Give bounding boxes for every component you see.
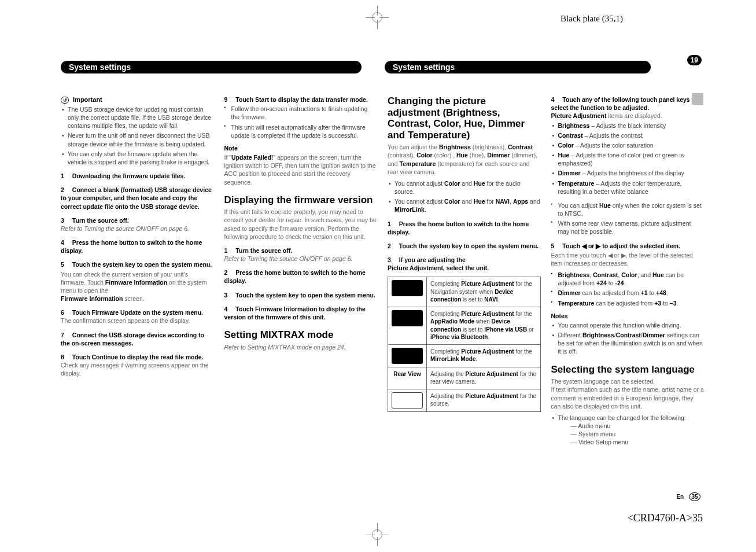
step-heading: 5 Touch ◀ or ▶ to adjust the selected it… [551, 242, 705, 250]
list-item: You cannot adjust Color and Hue for NAVI… [388, 197, 541, 214]
sub-item: — System menu [558, 430, 705, 438]
adjustment-table: Completing Picture Adjustment for the Na… [388, 277, 541, 412]
step-heading: 1 Press the home button to switch to the… [388, 220, 541, 236]
column-2: 9 Touch Start to display the data transf… [224, 95, 378, 452]
notes-list: You cannot operate this function while d… [551, 321, 705, 356]
step-heading: 2 Press the home button to switch to the… [224, 268, 378, 285]
table-row: Completing Picture Adjustment for the Mi… [388, 344, 541, 367]
list-item: This unit will reset automatically after… [224, 123, 378, 139]
crop-mark-icon [366, 523, 389, 546]
list-item: Follow the on-screen instructions to fin… [224, 105, 378, 121]
step-heading: 1 Turn the source off. [224, 246, 378, 255]
mirrorlink-icon [392, 348, 423, 364]
step-heading: 3 Turn the source off. [61, 216, 214, 225]
sub-item: — Video Setup menu [558, 438, 705, 446]
step-heading: 9 Touch Start to display the data transf… [224, 95, 378, 104]
section-header-row: System settings System settings Section … [61, 61, 704, 73]
column-3: Changing the picture adjustment (Brightn… [388, 95, 541, 452]
step-body: The confirmation screen appears on the d… [61, 317, 214, 325]
list-item: The USB storage device for updating must… [61, 105, 214, 130]
table-row: Completing Picture Adjustment for the Ap… [388, 307, 541, 344]
important-icon: ↺ [61, 97, 69, 104]
table-desc-cell: Adjusting the Picture Adjustment for the… [427, 389, 541, 411]
step-body: Each time you touch ◀ or ▶, the level of… [551, 251, 705, 267]
step-body: You can check the current version of you… [61, 270, 214, 303]
note-body: If "Update Failed!" appears on the scree… [224, 153, 378, 186]
step-reference: Refer to Turning the source ON/OFF on pa… [224, 255, 378, 263]
table-icon-cell [388, 277, 427, 307]
step-body: Check any messages if warning screens ap… [61, 361, 214, 377]
step-heading: 3 Touch the system key to open the syste… [224, 291, 378, 299]
square-bullet-list: Brightness, Contrast, Color, and Hue can… [551, 271, 705, 307]
table-icon-cell [388, 344, 427, 367]
notes-heading: Notes [551, 312, 705, 320]
square-bullet-list: Follow the on-screen instructions to fin… [224, 105, 378, 139]
list-item: Temperature – Adjusts the color temperat… [551, 179, 705, 196]
list-item: Contrast – Adjusts the contrast [551, 131, 705, 139]
body-text: You can adjust the Brightness (brightnes… [388, 143, 541, 176]
section-title-left: System settings [61, 61, 362, 73]
bullet-list: You cannot adjust Color and Hue for the … [388, 179, 541, 214]
list-item: You can only start the firmware update w… [61, 150, 214, 166]
heading-system-language: Selecting the system language [551, 364, 705, 376]
step-heading: 4 Press the home button to switch to the… [61, 238, 214, 255]
heading-changing-picture: Changing the picture adjustment (Brightn… [388, 95, 541, 141]
page-number-footer: En 35 [676, 492, 700, 501]
step-heading: 4 Touch Firmware Information to display … [224, 305, 378, 321]
crop-mark-icon [366, 6, 389, 29]
column-4: 4 Touch any of the following touch panel… [551, 95, 705, 452]
table-row: Adjusting the Picture Adjustment for the… [388, 389, 541, 411]
important-bullet-list: The USB storage device for updating must… [61, 105, 214, 166]
section-title-right-label: System settings [393, 62, 455, 72]
table-row: Completing Picture Adjustment for the Na… [388, 277, 541, 307]
table-icon-cell [388, 389, 427, 411]
step-heading: 2 Connect a blank (formatted) USB storag… [61, 186, 214, 211]
list-item: Brightness, Contrast, Color, and Hue can… [551, 271, 705, 287]
list-item: You cannot adjust Color and Hue for the … [388, 179, 541, 196]
heading-mixtrax: Setting MIXTRAX mode [224, 329, 378, 341]
step-heading: 7 Connect the USB storage device accordi… [61, 331, 214, 347]
step-heading: 2 Touch the system key to open the syste… [388, 242, 541, 250]
list-item: You can adjust Hue only when the color s… [551, 201, 705, 218]
step-heading: 8 Touch Continue to display the read fil… [61, 353, 214, 361]
table-desc-cell: Adjusting the Picture Adjustment for the… [427, 367, 541, 389]
table-icon-cell: Rear View [388, 367, 427, 389]
navi-icon [392, 280, 423, 296]
list-item: Never turn the unit off and never discon… [61, 131, 214, 148]
body-text: The system language can be selected. If … [551, 377, 705, 410]
table-row: Rear View Adjusting the Picture Adjustme… [388, 367, 541, 389]
sub-item: — Audio menu [558, 422, 705, 430]
table-desc-cell: Completing Picture Adjustment for the Mi… [427, 344, 541, 367]
adjustment-items-list: Brightness – Adjusts the black intensity… [551, 122, 705, 196]
list-item: You cannot operate this function while d… [551, 321, 705, 329]
body-text: If this unit fails to operate properly, … [224, 208, 378, 241]
note-heading: Note [224, 144, 378, 152]
list-item: With some rear view cameras, picture adj… [551, 219, 705, 235]
section-label: Section [680, 48, 697, 53]
heading-display-firmware: Displaying the firmware version [224, 194, 378, 206]
step-heading: 3 If you are adjusting thePicture Adjust… [388, 256, 541, 272]
column-1: ↺ Important The USB storage device for u… [61, 95, 214, 452]
table-desc-cell: Completing Picture Adjustment for the Ap… [427, 307, 541, 344]
body-text: Refer to Setting MIXTRAX mode on page 24… [224, 343, 378, 351]
step-heading: 4 Touch any of the following touch panel… [551, 95, 705, 112]
list-item: Hue – Adjusts the tone of color (red or … [551, 151, 705, 167]
black-plate-label: Black plate (35,1) [560, 14, 623, 24]
document-code-footer: <CRD4760-A>35 [628, 512, 703, 524]
list-item: Temperature can be adjusted from +3 to –… [551, 299, 705, 307]
list-item: Brightness – Adjusts the black intensity [551, 122, 705, 130]
table-icon-cell [388, 307, 427, 344]
step-heading: 6 Touch Firmware Update on the system me… [61, 308, 214, 317]
section-number-badge: 19 [687, 55, 702, 65]
body-text: Picture Adjustment items are displayed. [551, 112, 705, 120]
page-number: 35 [689, 492, 700, 501]
page-lang-label: En [676, 494, 684, 500]
list-item: Dimmer can be adjusted from +1 to +48. [551, 289, 705, 297]
bullet-list: The language can be changed for the foll… [551, 414, 705, 447]
important-label: Important [73, 96, 102, 103]
section-title-right: System settings Section 19 English [385, 61, 651, 73]
list-item: Dimmer – Adjusts the brightness of the d… [551, 169, 705, 177]
step-heading: 1 Downloading the firmware update files. [61, 172, 214, 180]
step-heading: 5 Touch the system key to open the syste… [61, 260, 214, 268]
table-desc-cell: Completing Picture Adjustment for the Na… [427, 277, 541, 307]
